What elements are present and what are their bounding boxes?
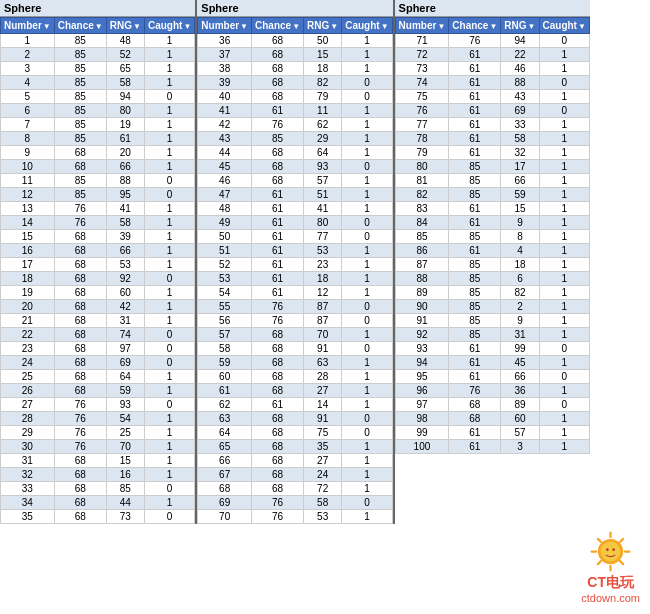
cell-2-10-4: 0 [342,160,392,174]
cell-2-22-1: 57 [198,328,252,342]
col-header-3-2[interactable]: Chance▼ [449,18,501,34]
cell-1-35-2: 68 [54,510,106,524]
cell-1-6-1: 6 [1,104,55,118]
table-row: 968201 [1,146,195,160]
cell-3-23-1: 93 [395,342,449,356]
cell-1-3-4: 1 [144,62,194,76]
cell-3-1-4: 0 [539,34,589,48]
cell-2-30-4: 1 [342,440,392,454]
table-row: 785191 [1,118,195,132]
table-row: 7761331 [395,118,589,132]
cell-3-2-3: 22 [501,48,539,62]
svg-line-6 [598,539,601,542]
table-row: 4385291 [198,132,392,146]
cell-2-27-3: 14 [304,398,342,412]
section-1: SphereNumber▼Chance▼RNG▼Caught▼185481285… [0,0,197,524]
cell-2-31-3: 27 [304,454,342,468]
cell-3-12-4: 1 [539,188,589,202]
svg-point-10 [606,548,609,551]
cell-3-7-3: 33 [501,118,539,132]
cell-1-10-3: 66 [106,160,144,174]
table-row: 2268740 [1,328,195,342]
cell-1-17-4: 1 [144,258,194,272]
cell-2-17-2: 61 [252,258,304,272]
col-header-3-3[interactable]: RNG▼ [501,18,539,34]
col-header-2-4[interactable]: Caught▼ [342,18,392,34]
cell-1-32-2: 68 [54,468,106,482]
cell-2-20-4: 0 [342,300,392,314]
table-row: 8085171 [395,160,589,174]
cell-1-7-2: 85 [54,118,106,132]
cell-1-20-4: 1 [144,300,194,314]
cell-1-19-2: 68 [54,286,106,300]
cell-3-9-2: 61 [449,146,501,160]
cell-1-14-3: 58 [106,216,144,230]
cell-2-26-2: 68 [252,384,304,398]
cell-1-30-4: 1 [144,440,194,454]
table-2: Number▼Chance▼RNG▼Caught▼366850137681513… [197,17,392,524]
cell-1-18-4: 0 [144,272,194,286]
watermark-name: CT电玩 [587,574,634,592]
cell-1-5-4: 0 [144,90,194,104]
col-header-3-1[interactable]: Number▼ [395,18,449,34]
cell-1-3-3: 65 [106,62,144,76]
table-row: 846191 [395,216,589,230]
cell-3-1-1: 71 [395,34,449,48]
cell-1-32-1: 32 [1,468,55,482]
table-row: 2776930 [1,398,195,412]
col-header-1-1[interactable]: Number▼ [1,18,55,34]
cell-2-7-4: 1 [342,118,392,132]
cell-3-25-2: 61 [449,370,501,384]
cell-2-5-4: 0 [342,90,392,104]
col-header-3-4[interactable]: Caught▼ [539,18,589,34]
dropdown-arrow: ▼ [183,22,191,31]
cell-1-5-3: 94 [106,90,144,104]
table-row: 9768890 [395,398,589,412]
cell-1-21-4: 1 [144,314,194,328]
cell-1-7-3: 19 [106,118,144,132]
cell-3-16-1: 86 [395,244,449,258]
cell-2-35-1: 70 [198,510,252,524]
cell-1-24-1: 24 [1,356,55,370]
table-row: 4861411 [198,202,392,216]
cell-3-26-2: 76 [449,384,501,398]
col-header-2-3[interactable]: RNG▼ [304,18,342,34]
cell-2-3-2: 68 [252,62,304,76]
cell-2-9-4: 1 [342,146,392,160]
table-row: 1285950 [1,188,195,202]
cell-2-23-2: 68 [252,342,304,356]
cell-2-14-4: 0 [342,216,392,230]
col-header-1-3[interactable]: RNG▼ [106,18,144,34]
cell-1-5-1: 5 [1,90,55,104]
cell-2-13-1: 48 [198,202,252,216]
cell-3-5-2: 61 [449,90,501,104]
table-row: 8785181 [395,258,589,272]
cell-3-22-1: 92 [395,328,449,342]
cell-1-16-2: 68 [54,244,106,258]
cell-2-31-1: 66 [198,454,252,468]
cell-2-33-2: 68 [252,482,304,496]
col-header-2-2[interactable]: Chance▼ [252,18,304,34]
cell-3-9-1: 79 [395,146,449,160]
cell-3-11-4: 1 [539,174,589,188]
watermark-url: ctdown.com [581,592,640,604]
cell-3-29-3: 57 [501,426,539,440]
cell-3-7-4: 1 [539,118,589,132]
cell-1-33-3: 85 [106,482,144,496]
cell-1-33-4: 0 [144,482,194,496]
cell-3-22-2: 85 [449,328,501,342]
col-header-1-2[interactable]: Chance▼ [54,18,106,34]
cell-3-22-3: 31 [501,328,539,342]
col-header-2-1[interactable]: Number▼ [198,18,252,34]
cell-1-22-2: 68 [54,328,106,342]
cell-3-28-1: 98 [395,412,449,426]
cell-1-5-2: 85 [54,90,106,104]
cell-1-29-2: 76 [54,426,106,440]
cell-3-27-2: 68 [449,398,501,412]
cell-2-3-1: 38 [198,62,252,76]
cell-1-34-1: 34 [1,496,55,510]
cell-3-21-1: 91 [395,314,449,328]
cell-1-10-1: 10 [1,160,55,174]
col-header-1-4[interactable]: Caught▼ [144,18,194,34]
cell-3-12-2: 85 [449,188,501,202]
